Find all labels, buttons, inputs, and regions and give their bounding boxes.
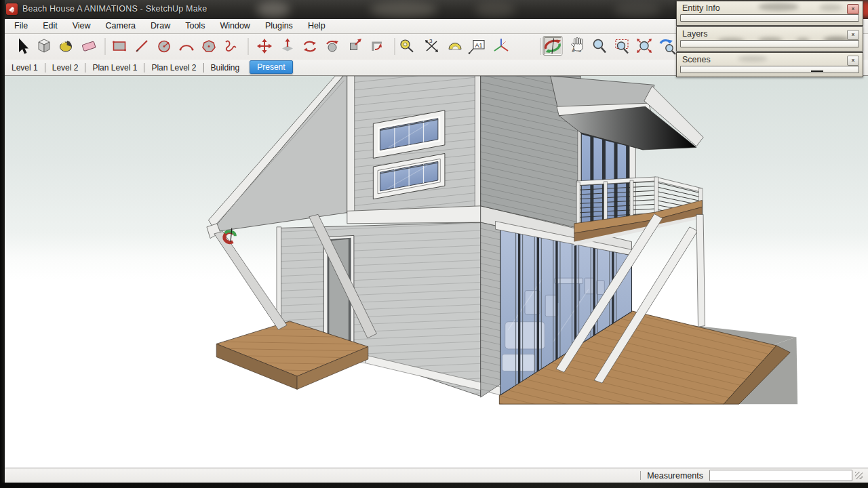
layers-collapsed-body	[680, 40, 859, 47]
arc-tool-icon[interactable]	[180, 45, 194, 50]
menu-view[interactable]: View	[65, 19, 98, 33]
text-tool-icon[interactable]: A1	[469, 41, 484, 54]
layers-title[interactable]: Layers	[677, 27, 863, 40]
status-bar: Measurements	[0, 468, 868, 483]
freehand-tool-icon[interactable]	[226, 41, 236, 51]
titlebar-glare	[475, 1, 515, 18]
svg-text:3: 3	[429, 38, 433, 44]
door-wall-strip	[481, 222, 500, 397]
eraser-icon[interactable]	[82, 41, 96, 52]
circle-tool-icon[interactable]	[159, 41, 170, 52]
panel-tray: Entity Info x Layers x Scenes x	[676, 1, 863, 78]
model-viewport[interactable]	[0, 76, 868, 468]
move-tool-icon[interactable]	[257, 39, 272, 54]
menu-plugins[interactable]: Plugins	[258, 19, 300, 33]
tab-divider	[45, 63, 45, 73]
polygon-tool-icon[interactable]	[203, 41, 215, 52]
menu-tools[interactable]: Tools	[178, 19, 212, 33]
menu-edit[interactable]: Edit	[35, 19, 65, 33]
resize-grip[interactable]	[855, 472, 863, 479]
svg-text:A1: A1	[475, 42, 483, 49]
entity-info-panel: Entity Info x	[676, 1, 863, 26]
tab-divider	[144, 63, 144, 73]
paint-bucket-icon[interactable]	[60, 41, 72, 52]
tab-divider	[85, 63, 85, 73]
measurements-input[interactable]	[709, 470, 852, 481]
menu-camera[interactable]: Camera	[98, 19, 143, 33]
titlebar-glare	[370, 1, 437, 18]
dimension-tool-icon[interactable]: 3	[425, 38, 438, 52]
titlebar-glare	[614, 1, 661, 18]
tab-level-1[interactable]: Level 1	[5, 62, 44, 74]
follow-me-tool-icon[interactable]	[327, 41, 338, 52]
make-component-icon[interactable]	[39, 39, 50, 52]
menu-draw[interactable]: Draw	[143, 19, 178, 33]
previous-view-tool-icon[interactable]	[660, 40, 675, 55]
tape-measure-icon[interactable]	[401, 40, 413, 52]
select-tool-icon[interactable]	[19, 39, 28, 54]
rectangle-tool-icon[interactable]	[113, 41, 126, 52]
tab-present[interactable]: Present	[250, 60, 292, 74]
line-tool-icon[interactable]	[136, 41, 147, 52]
house-model	[0, 76, 868, 468]
window-left-edge	[0, 0, 5, 483]
tab-plan-level-1[interactable]: Plan Level 1	[86, 62, 143, 74]
sketchup-logo-icon	[6, 3, 18, 15]
scale-tool-icon[interactable]	[351, 39, 362, 50]
left-roof	[207, 76, 350, 239]
letterbox-bar	[0, 483, 868, 488]
orbit-tool-icon[interactable]	[543, 37, 562, 56]
close-icon[interactable]: x	[847, 4, 859, 14]
tab-divider	[203, 63, 204, 73]
entity-info-title[interactable]: Entity Info	[677, 1, 863, 14]
entity-info-collapsed-body	[680, 14, 859, 22]
close-icon[interactable]: x	[847, 30, 859, 40]
tab-level-2[interactable]: Level 2	[46, 62, 85, 74]
layers-panel: Layers x	[676, 26, 863, 52]
protractor-tool-icon[interactable]	[449, 43, 461, 49]
titlebar-glare	[256, 1, 290, 18]
measurements-label: Measurements	[647, 471, 703, 481]
rotate-tool-icon[interactable]	[304, 42, 316, 52]
scenes-collapsed-body	[680, 66, 859, 73]
menu-help[interactable]: Help	[300, 19, 333, 33]
zoom-extents-tool-icon[interactable]	[637, 39, 652, 53]
scenes-scroll-dash	[811, 70, 823, 72]
status-divider	[640, 471, 641, 480]
menu-window[interactable]: Window	[212, 19, 257, 33]
close-icon[interactable]: x	[847, 56, 859, 66]
zoom-window-tool-icon[interactable]	[616, 40, 628, 54]
axes-tool-icon[interactable]	[494, 39, 508, 51]
zoom-tool-icon[interactable]	[594, 40, 606, 53]
offset-tool-icon[interactable]	[373, 43, 382, 51]
window-title: Beach House A ANIMATIONS - SketchUp Make	[22, 4, 207, 14]
scenes-panel: Scenes x	[676, 52, 863, 77]
tab-building[interactable]: Building	[205, 62, 246, 74]
tab-plan-level-2[interactable]: Plan Level 2	[145, 62, 202, 74]
menu-file[interactable]: File	[7, 19, 35, 33]
push-pull-tool-icon[interactable]	[282, 39, 293, 52]
scenes-title[interactable]: Scenes	[677, 53, 863, 66]
